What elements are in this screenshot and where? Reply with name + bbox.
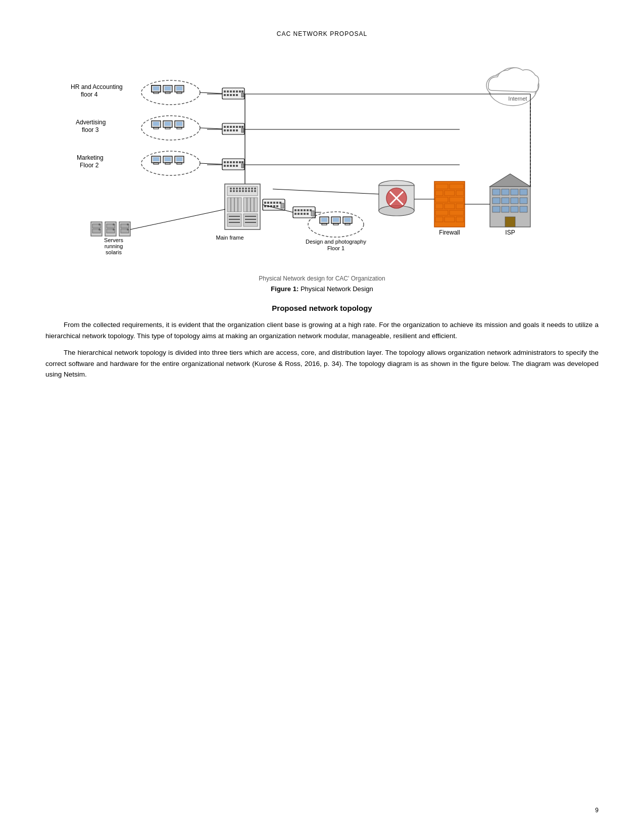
svg-rect-144 <box>304 213 306 215</box>
svg-rect-188 <box>435 184 448 189</box>
svg-point-104 <box>254 188 256 190</box>
svg-rect-146 <box>311 211 314 216</box>
svg-point-103 <box>251 188 253 190</box>
svg-point-170 <box>113 223 115 225</box>
svg-rect-73 <box>239 161 241 163</box>
svg-point-92 <box>245 190 247 192</box>
svg-rect-208 <box>492 198 500 204</box>
svg-point-91 <box>242 190 244 192</box>
svg-rect-13 <box>165 86 171 90</box>
svg-rect-72 <box>236 161 238 163</box>
svg-rect-64 <box>233 129 235 131</box>
svg-rect-62 <box>227 129 229 131</box>
svg-rect-205 <box>502 189 509 195</box>
svg-rect-155 <box>345 223 350 225</box>
mainframe-label: Main frame <box>216 235 243 241</box>
svg-rect-197 <box>456 204 464 209</box>
page-header: CAC NETWORK PROPOSAL <box>45 30 599 37</box>
svg-point-165 <box>98 223 101 225</box>
svg-rect-55 <box>227 126 229 128</box>
svg-point-100 <box>242 188 244 190</box>
svg-rect-25 <box>176 122 182 126</box>
diagram-svg: HR and Accounting floor 4 Advertising fl… <box>45 53 599 260</box>
svg-point-96 <box>230 188 232 190</box>
svg-line-81 <box>200 92 222 94</box>
svg-rect-198 <box>435 210 448 215</box>
svg-rect-79 <box>236 165 238 167</box>
svg-rect-136 <box>298 209 300 211</box>
svg-rect-54 <box>224 126 226 128</box>
svg-rect-193 <box>435 197 448 202</box>
svg-rect-137 <box>301 209 303 211</box>
svg-rect-195 <box>435 204 443 209</box>
svg-rect-23 <box>165 127 170 129</box>
svg-rect-19 <box>153 122 159 126</box>
svg-rect-113 <box>227 214 241 226</box>
svg-rect-52 <box>241 93 244 97</box>
svg-rect-59 <box>239 126 241 128</box>
svg-rect-11 <box>153 86 159 90</box>
svg-marker-217 <box>490 174 530 187</box>
svg-rect-49 <box>230 94 232 96</box>
svg-rect-75 <box>224 165 226 167</box>
svg-rect-48 <box>227 94 229 96</box>
svg-rect-57 <box>233 126 235 128</box>
svg-point-37 <box>141 116 200 140</box>
svg-rect-78 <box>233 165 235 167</box>
svg-line-230 <box>273 189 379 194</box>
svg-point-101 <box>245 188 247 190</box>
svg-rect-141 <box>294 213 296 215</box>
svg-rect-70 <box>230 161 232 163</box>
svg-rect-45 <box>239 90 241 92</box>
svg-rect-124 <box>270 202 272 204</box>
svg-rect-189 <box>450 184 464 189</box>
svg-rect-138 <box>304 209 306 211</box>
svg-rect-66 <box>241 128 244 132</box>
page: CAC NETWORK PROPOSAL HR and Accounting f… <box>0 0 644 834</box>
page-number: 9 <box>595 807 599 814</box>
svg-rect-60 <box>241 126 243 128</box>
svg-text:Advertising: Advertising <box>76 119 106 126</box>
paragraph-2: The hierarchical network topology is div… <box>45 347 599 380</box>
svg-point-93 <box>248 190 250 192</box>
svg-rect-68 <box>224 161 226 163</box>
svg-rect-67 <box>222 159 244 170</box>
svg-point-95 <box>254 190 256 192</box>
svg-rect-199 <box>450 210 464 215</box>
paragraph-1: From the collected requirements, it is e… <box>45 319 599 341</box>
svg-rect-28 <box>153 157 159 161</box>
svg-text:solaris: solaris <box>106 249 122 255</box>
header-title: CAC NETWORK PROPOSAL <box>277 30 367 37</box>
svg-point-38 <box>141 151 200 175</box>
svg-rect-16 <box>176 86 182 90</box>
svg-rect-142 <box>298 213 300 215</box>
svg-rect-117 <box>243 214 258 226</box>
diagram-caption: Physical Network design for CAC' Organiz… <box>45 275 599 282</box>
svg-point-87 <box>230 190 232 192</box>
svg-rect-215 <box>520 206 527 212</box>
figure-title: Physical Network Design <box>301 285 373 293</box>
svg-rect-50 <box>233 94 235 96</box>
svg-rect-190 <box>435 191 443 196</box>
svg-rect-34 <box>176 157 182 161</box>
svg-rect-200 <box>435 217 443 222</box>
svg-rect-202 <box>456 217 464 222</box>
svg-rect-125 <box>273 202 275 204</box>
svg-point-98 <box>236 188 238 190</box>
svg-rect-212 <box>492 206 500 212</box>
svg-point-89 <box>236 190 238 192</box>
svg-rect-39 <box>222 88 244 99</box>
svg-rect-74 <box>241 161 243 163</box>
svg-rect-123 <box>267 202 269 204</box>
svg-point-166 <box>98 228 101 230</box>
svg-line-83 <box>200 163 222 164</box>
svg-text:Internet: Internet <box>508 96 527 102</box>
svg-rect-211 <box>520 198 527 204</box>
svg-rect-32 <box>165 163 170 164</box>
svg-line-180 <box>130 209 225 229</box>
svg-rect-143 <box>301 213 303 215</box>
svg-rect-44 <box>236 90 238 92</box>
svg-rect-56 <box>230 126 232 128</box>
svg-rect-43 <box>233 90 235 92</box>
section-heading: Proposed network topology <box>45 304 599 312</box>
